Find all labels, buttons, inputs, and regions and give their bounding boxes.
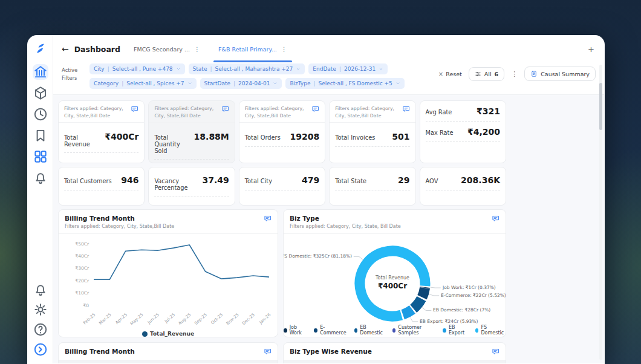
back-arrow-icon[interactable]: ← [62,44,69,54]
legend-item[interactable]: Total_Revenue [142,331,194,337]
chat-icon[interactable] [264,215,272,223]
chart-title: Biz Type [290,215,492,222]
tab-menu-icon[interactable]: ⋮ [281,46,287,53]
sidebar-item-cube[interactable] [33,85,48,101]
chart-title: Billing Trend Month [65,215,264,222]
kpi-value: 29 [398,175,409,185]
scrollbar[interactable] [599,65,602,360]
causal-summary-button[interactable]: Causal Summary [524,67,596,81]
bookmark-icon [33,128,48,143]
table-header-row: Biz_Type Revenue [284,360,506,363]
kpi-row-1: Filters applied: Category, City, State,B… [58,100,506,163]
kpi-value: 946 [121,175,138,185]
rate-kpi-card: Avg Rate ₹321 Max Rate ₹4,200 [420,100,506,163]
kpi-label: Total Revenue [64,134,101,148]
svg-text:Sep-25: Sep-25 [194,313,208,325]
chat-icon[interactable] [264,348,272,356]
chip-separator: | [339,66,341,72]
filter-chip-state[interactable]: State | Select-all , Maharashtra +27 [189,63,305,74]
grid-icon [33,149,48,164]
chat-icon[interactable] [221,105,229,113]
kpi-label: Avg Rate [426,109,452,115]
svg-text:₹50Cr: ₹50Cr [75,241,89,247]
svg-text:₹40Cr: ₹40Cr [75,253,89,259]
kpi-label: Total Customers [64,178,112,184]
chat-icon[interactable] [131,105,138,113]
add-tab-button[interactable]: + [588,45,594,54]
donut-slice-label: FS Domestic: ₹325Cr (81.18%) [283,253,352,259]
cube-icon [33,85,48,101]
kpi-card: Filters applied: Category, City, State,B… [239,100,325,163]
sidebar-item-gear[interactable] [33,302,48,317]
bank-icon [33,64,48,80]
donut-slice-label: E-Commerce: ₹22Cr (5.52%) [441,293,506,298]
filter-chip-enddate[interactable]: EndDate | 2026-12-31 [308,63,388,74]
sidebar-item-expand[interactable] [33,342,48,357]
chat-icon[interactable] [492,348,499,356]
chip-value: 2024-04-01 [238,80,270,86]
svg-text:Jun-25: Jun-25 [146,313,160,325]
tab-menu-icon[interactable]: ⋮ [194,46,200,53]
kpi-value: 18.88M [194,132,229,141]
donut-center: Total Revenue ₹400Cr [376,275,409,290]
scrollbar-thumb[interactable] [599,83,602,130]
sidebar-item-bell[interactable] [33,282,48,297]
chip-name: StartDate [204,80,231,86]
dashboard-content: Filters applied: Category, City, State,B… [53,94,604,363]
legend-label: Total_Revenue [150,331,194,337]
kpi-card: AOV 208.36K [420,167,506,206]
filter-chip-city[interactable]: City | Select-all , Pune +478 [89,63,185,74]
main-area: ← Dashboard FMCG Secondary ... ⋮F&B Reta… [53,36,604,363]
chip-value: Select-all , Maharashtra +27 [215,66,293,72]
svg-text:Mar-25: Mar-25 [98,313,112,325]
page-title: Dashboard [74,45,120,54]
svg-text:Oct-25: Oct-25 [210,313,224,325]
chat-icon[interactable] [311,105,319,113]
chevron-down-icon [176,67,181,71]
chip-separator: | [108,66,109,72]
chip-value: Select-all , FS Domestic +5 [319,80,392,86]
kpi-value: 208.36K [461,175,500,185]
filter-bar: Active Filters City | Select-all , Pune … [53,62,604,94]
chat-icon[interactable] [402,105,410,113]
active-filters-label: Active Filters [62,63,83,82]
filter-actions: ×Reset All 6 ⋮ Causal Summary [438,63,596,81]
chevron-down-icon [187,81,192,86]
chevron-down-icon [379,67,383,71]
table-card: Billing Trend Month Bill_Month Total_Rev… [58,342,278,363]
chip-value: Select-all , Pune +478 [112,66,173,72]
kpi-card: Total City 479 [239,167,325,206]
table-card: Biz Type Wise Revenue Biz_Type Revenue [283,342,506,363]
dashboard-tab[interactable]: FMCG Secondary ... ⋮ [134,36,200,62]
chat-icon[interactable] [492,215,499,223]
filters-applied-note: Filters applied: Category, City, State,B… [245,105,309,119]
sidebar-item-clock[interactable] [33,106,48,122]
legend-dot [142,331,148,337]
filter-chip-startdate[interactable]: StartDate | 2024-04-01 [200,78,282,89]
donut-slice-label: EB Domestic: ₹28Cr (7%) [433,307,490,313]
sidebar-item-bell[interactable] [33,170,48,186]
svg-text:Nov-25: Nov-25 [226,313,240,325]
charts-row: Billing Trend Month Filters applied: Cat… [58,209,506,337]
chip-name: State [193,66,207,72]
svg-text:₹10Cr: ₹10Cr [75,290,89,296]
dashboard-tabs: FMCG Secondary ... ⋮F&B Retail Primary..… [134,36,287,62]
reset-filters-button[interactable]: ×Reset [438,71,462,77]
sidebar-item-grid[interactable] [33,149,48,164]
chevron-down-icon [395,81,400,86]
donut-chart: Job Work: ₹1Cr (0.37%)E-Commerce: ₹22Cr … [284,234,506,323]
sidebar-item-bank[interactable] [33,64,48,80]
chevron-down-icon [296,67,301,71]
kpi-card: Filters applied: Category, City, State,B… [58,100,145,163]
chevron-down-icon [273,81,278,86]
all-filters-button[interactable]: All 6 [469,67,504,81]
topbar: ← Dashboard FMCG Secondary ... ⋮F&B Reta… [53,36,604,62]
sidebar-item-bookmark[interactable] [33,128,48,143]
more-options-icon[interactable]: ⋮ [511,70,518,78]
kpi-label: Total Orders [245,134,281,141]
filter-chip-category[interactable]: Category | Select-all , Spices +7 [89,78,197,89]
sidebar-item-help[interactable] [33,322,48,337]
dashboard-tab[interactable]: F&B Retail Primary... ⋮ [218,36,287,62]
filter-chip-biztype[interactable]: BizType | Select-all , FS Domestic +5 [285,78,404,89]
billing-trend-chart-card: Billing Trend Month Filters applied: Cat… [58,209,278,337]
